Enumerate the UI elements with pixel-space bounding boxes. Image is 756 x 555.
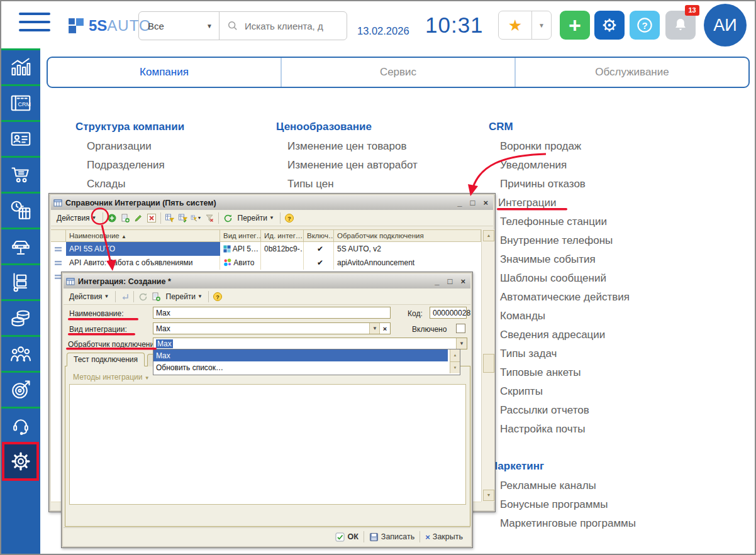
favorites-star-button[interactable]: ★: [499, 11, 532, 39]
menu-item[interactable]: Типы задач: [500, 348, 557, 360]
sidebar-item-clients[interactable]: [1, 120, 40, 156]
menu-item[interactable]: Рекламные каналы: [500, 480, 596, 492]
menu-item[interactable]: Организации: [87, 140, 152, 153]
column-header[interactable]: Ид. интег…: [261, 229, 304, 242]
menu-item[interactable]: Настройка почты: [500, 423, 586, 436]
minimize-icon[interactable]: _: [457, 198, 462, 207]
menu-item[interactable]: Рассылки отчетов: [500, 404, 589, 417]
vertical-scrollbar[interactable]: ▲ ▼: [481, 229, 494, 502]
menu-item[interactable]: Уведомления: [500, 159, 567, 172]
sidebar-item-analytics[interactable]: [1, 48, 40, 84]
combo-dropdown-button[interactable]: ▼: [369, 323, 380, 334]
cell-enabled[interactable]: ✔: [304, 242, 334, 256]
table-row[interactable]: API Авито: Работа с объявлениями Авито ✔…: [51, 256, 481, 270]
menu-item[interactable]: Типы цен: [287, 178, 334, 190]
menu-item[interactable]: Склады: [87, 178, 125, 190]
scroll-thumb[interactable]: [483, 354, 494, 373]
handler-combo[interactable]: Max ▼: [153, 338, 467, 349]
menu-item[interactable]: Сведения адресации: [500, 329, 605, 341]
integration-methods-area[interactable]: [69, 384, 466, 505]
favorites-dropdown-button[interactable]: ▼: [532, 11, 551, 39]
menu-item-integrations[interactable]: Интеграции: [498, 197, 557, 209]
help-icon[interactable]: ?: [212, 291, 223, 302]
sidebar-item-planner[interactable]: [1, 192, 40, 228]
filter-settings-icon[interactable]: [164, 212, 175, 224]
menu-item[interactable]: Автоматические действия: [500, 291, 630, 304]
sidebar-item-settings[interactable]: [2, 442, 39, 481]
cell-name[interactable]: API Авито: Работа с объявлениями: [66, 256, 220, 270]
menu-item[interactable]: Типовые анкеты: [500, 366, 581, 379]
add-copy-button[interactable]: [120, 212, 131, 224]
avatar[interactable]: АИ: [704, 4, 747, 47]
tab-maintenance[interactable]: Обслуживание: [516, 58, 748, 87]
dropdown-scrollbar[interactable]: ▲ ▼: [450, 349, 460, 373]
sidebar-item-sales[interactable]: [1, 156, 40, 192]
menu-item[interactable]: Телефонные станции: [500, 216, 607, 228]
help-button[interactable]: ?: [630, 11, 660, 40]
help-icon[interactable]: ?: [284, 212, 295, 224]
maximize-icon[interactable]: □: [470, 198, 475, 207]
cell-kind[interactable]: API 5…: [220, 242, 261, 256]
reread-button-disabled[interactable]: [119, 291, 130, 302]
add-button[interactable]: [106, 212, 118, 224]
combo-clear-button[interactable]: ×: [379, 323, 390, 334]
column-header[interactable]: Включ…: [304, 229, 334, 242]
scroll-down-button[interactable]: ▼: [483, 490, 494, 501]
sidebar-item-crm[interactable]: CRM: [1, 84, 40, 120]
refresh-icon[interactable]: [222, 212, 233, 224]
menu-item[interactable]: Шаблоны сообщений: [500, 272, 606, 285]
cell-enabled[interactable]: ✔: [304, 256, 334, 270]
sidebar-item-service[interactable]: [1, 228, 40, 263]
actions-menu-button[interactable]: Действия▼: [54, 212, 99, 224]
column-header-icon[interactable]: [51, 229, 66, 242]
code-field[interactable]: 000000028: [430, 307, 467, 319]
menu-item[interactable]: Подразделения: [87, 159, 165, 172]
sidebar-item-finance[interactable]: [1, 299, 40, 335]
close-icon[interactable]: ×: [460, 277, 465, 286]
cell-id[interactable]: [261, 256, 304, 270]
close-icon[interactable]: ×: [483, 198, 488, 207]
search-scope-select[interactable]: Все▼: [139, 12, 220, 40]
dialog1-titlebar[interactable]: Справочник Интеграции (Пять систем) _ □ …: [51, 195, 493, 210]
menu-item[interactable]: Изменение цен авторабот: [287, 159, 418, 172]
tab-service[interactable]: Сервис: [282, 58, 516, 87]
search-input[interactable]: [243, 20, 347, 32]
scroll-up-button[interactable]: ▲: [483, 230, 494, 241]
ok-button[interactable]: ОК: [331, 531, 362, 543]
column-header[interactable]: Наименование ▲: [66, 229, 220, 242]
goto-menu-button[interactable]: Перейти▼: [235, 212, 277, 224]
enabled-checkbox[interactable]: [456, 324, 465, 333]
dialog2-titlebar[interactable]: Интеграция: Создание * _ □ ×: [64, 274, 470, 288]
menu-item[interactable]: Изменение цен товаров: [287, 140, 406, 153]
table-row[interactable]: API 5S AUTO API 5… 0b812bc9-… ✔ 5S AUTO,…: [51, 242, 481, 256]
clear-filter-icon[interactable]: [204, 212, 215, 224]
minimize-icon[interactable]: _: [435, 277, 439, 286]
tab-connection-test[interactable]: Тест подключения: [67, 353, 145, 366]
maximize-icon[interactable]: □: [448, 277, 453, 286]
sidebar-item-marketing[interactable]: [1, 371, 40, 407]
add-new-button[interactable]: +: [560, 11, 590, 40]
filter-history-icon[interactable]: ▼: [191, 212, 202, 224]
settings-button[interactable]: [594, 11, 625, 40]
integration-methods-group-label[interactable]: Методы интеграции ▼: [73, 373, 150, 382]
kind-combo[interactable]: Max ▼ ×: [153, 322, 391, 334]
actions-menu-button[interactable]: Действия▼: [67, 291, 112, 302]
menu-item[interactable]: Воронки продаж: [500, 140, 581, 153]
combo-dropdown-button[interactable]: ▼: [456, 338, 467, 349]
menu-item[interactable]: Внутренние телефоны: [500, 234, 613, 247]
menu-item[interactable]: Скрипты: [500, 385, 543, 398]
column-header[interactable]: Обработчик подключения: [334, 229, 481, 242]
dropdown-option[interactable]: Обновить список…: [153, 361, 448, 373]
goto-menu-button[interactable]: Перейти▼: [164, 291, 205, 302]
name-field[interactable]: Max: [153, 307, 391, 319]
cell-id[interactable]: 0b812bc9-…: [261, 242, 304, 256]
close-button[interactable]: × Закрыть: [421, 531, 467, 543]
sidebar-item-team[interactable]: [1, 335, 40, 371]
cell-handler[interactable]: 5S AUTO, v2: [334, 242, 481, 256]
copy-button[interactable]: [150, 291, 162, 302]
menu-item[interactable]: Маркетинговые программы: [500, 517, 636, 530]
cell-kind[interactable]: Авито: [220, 256, 261, 270]
menu-item[interactable]: Причины отказов: [500, 178, 586, 190]
menu-item[interactable]: Команды: [500, 310, 545, 322]
menu-item[interactable]: Значимые события: [500, 253, 596, 266]
